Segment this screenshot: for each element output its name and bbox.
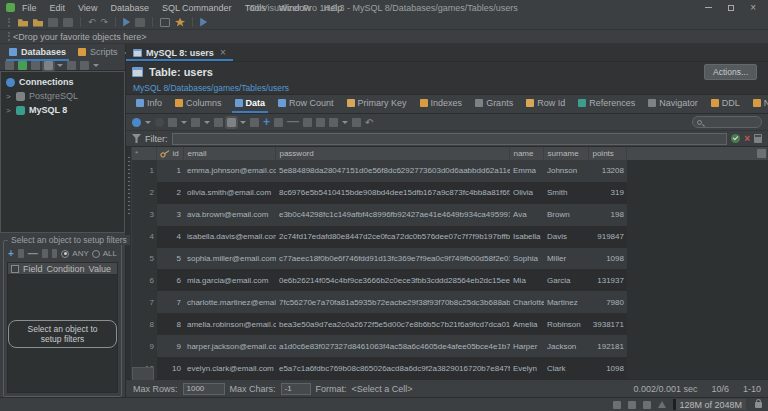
- password-column-header[interactable]: password: [276, 147, 510, 160]
- export-grid-icon[interactable]: [168, 118, 177, 127]
- close-icon[interactable]: ×: [750, 3, 756, 13]
- email-column-header[interactable]: email: [184, 147, 276, 160]
- bookmark-icon[interactable]: [175, 18, 185, 27]
- name-column-header[interactable]: name: [510, 147, 544, 160]
- id-cell[interactable]: 3: [157, 204, 184, 226]
- text-view-icon[interactable]: [214, 118, 223, 127]
- rownum-column-header[interactable]: *: [132, 147, 157, 160]
- connection-new-icon[interactable]: [5, 61, 14, 70]
- table-view-icon[interactable]: [191, 118, 200, 127]
- breadcrumb[interactable]: MySQL 8/Databases/games/Tables/users: [126, 81, 768, 94]
- name-cell[interactable]: Isabella: [510, 226, 544, 248]
- chart-view-icon[interactable]: [329, 118, 338, 127]
- surname-cell[interactable]: Clark: [544, 357, 589, 379]
- column-settings-icon[interactable]: [757, 149, 766, 158]
- new-window-icon[interactable]: [160, 18, 170, 27]
- rownum-cell[interactable]: 7: [132, 291, 157, 313]
- id-column-header[interactable]: id: [157, 147, 184, 160]
- table-row[interactable]: 8 8 amelia.robinson@email.com bea3e50a9d…: [132, 313, 768, 335]
- chevron-down-icon[interactable]: [145, 121, 151, 124]
- email-cell[interactable]: amelia.robinson@email.com: [184, 313, 276, 335]
- email-cell[interactable]: isabella.davis@email.com: [184, 226, 276, 248]
- tab-ddl[interactable]: DDL: [705, 95, 746, 113]
- save-icon[interactable]: [48, 18, 58, 27]
- binary-view-icon[interactable]: [303, 118, 312, 127]
- password-cell[interactable]: bea3e50a9d7ea2c0a2672f5e5d00c7e8b6b5c7b2…: [276, 313, 510, 335]
- redo-icon[interactable]: ↷: [101, 18, 109, 27]
- surname-cell[interactable]: Smith: [544, 182, 589, 204]
- filter-input[interactable]: [172, 133, 728, 145]
- points-cell[interactable]: 919847: [589, 226, 627, 248]
- expand-chevron-icon[interactable]: >: [6, 106, 12, 115]
- surname-cell[interactable]: Johnson: [544, 160, 589, 182]
- memory-indicator[interactable]: 128M of 2048M: [673, 399, 746, 410]
- select-object-button[interactable]: Select an object to setup filters: [8, 320, 117, 348]
- tab-references[interactable]: References: [572, 95, 641, 113]
- id-cell[interactable]: 7: [157, 291, 184, 313]
- email-cell[interactable]: charlotte.martinez@email.com: [184, 291, 276, 313]
- folder-add-icon[interactable]: [31, 61, 40, 70]
- undo-icon[interactable]: ↶: [88, 18, 96, 27]
- id-cell[interactable]: 8: [157, 313, 184, 335]
- tree-item-connections[interactable]: Connections: [1, 75, 124, 89]
- select-all-checkbox[interactable]: [11, 265, 19, 273]
- email-cell[interactable]: harper.jackson@email.com: [184, 335, 276, 357]
- password-cell[interactable]: 0e6b26214f054c4bf9ce3666b2c0ece3fbb3cddd…: [276, 269, 510, 291]
- run-script-icon[interactable]: [135, 18, 145, 27]
- password-cell[interactable]: 7fc56270e7a70fa81a5935b72eacbe29f38f93f7…: [276, 291, 510, 313]
- password-cell[interactable]: 8c6976e5b5410415bde908bd4dee15dfb167a9c8…: [276, 182, 510, 204]
- tab-info[interactable]: Info: [130, 95, 168, 113]
- id-cell[interactable]: 1: [157, 160, 184, 182]
- id-cell[interactable]: 5: [157, 248, 184, 270]
- id-cell[interactable]: 6: [157, 269, 184, 291]
- chevron-down-icon[interactable]: [93, 64, 99, 67]
- email-cell[interactable]: evelyn.clark@email.com: [184, 357, 276, 379]
- points-cell[interactable]: 131937: [589, 269, 627, 291]
- favorites-bar[interactable]: <Drop your favorite objects here>: [0, 30, 768, 44]
- new-file-icon[interactable]: [33, 18, 43, 27]
- surname-cell[interactable]: Jackson: [544, 335, 589, 357]
- rownum-cell[interactable]: 9: [132, 335, 157, 357]
- grid-status-icon[interactable]: [613, 401, 621, 409]
- menu-view[interactable]: View: [78, 3, 97, 13]
- max-rows-input[interactable]: [183, 383, 225, 395]
- horizontal-scrollbar[interactable]: [132, 367, 154, 380]
- name-cell[interactable]: Evelyn: [510, 357, 544, 379]
- menu-edit[interactable]: Edit: [50, 3, 66, 13]
- points-cell[interactable]: 1098: [589, 248, 627, 270]
- points-cell[interactable]: 13208: [589, 160, 627, 182]
- table-row[interactable]: 6 6 mia.garcia@email.com 0e6b26214f054c4…: [132, 269, 768, 291]
- tab-close-icon[interactable]: ×: [220, 47, 226, 58]
- name-cell[interactable]: Ava: [510, 204, 544, 226]
- all-radio[interactable]: [92, 250, 100, 258]
- points-cell[interactable]: 7980: [589, 291, 627, 313]
- filter-objects-icon[interactable]: [44, 61, 53, 70]
- open-connection-icon[interactable]: [18, 18, 28, 27]
- points-cell[interactable]: 198: [589, 204, 627, 226]
- points-cell[interactable]: 319: [589, 182, 627, 204]
- max-chars-input[interactable]: [281, 383, 311, 395]
- chevron-down-icon[interactable]: [342, 121, 348, 124]
- menu-sql-commander[interactable]: SQL Commander: [162, 3, 232, 13]
- tab-native-ddl[interactable]: Native DDL: [747, 95, 768, 113]
- copy-filter-icon[interactable]: [18, 249, 24, 258]
- rownum-cell[interactable]: 6: [132, 269, 157, 291]
- surname-cell[interactable]: Garcia: [544, 269, 589, 291]
- database-add-icon[interactable]: [18, 61, 27, 70]
- clear-filter-icon[interactable]: ×: [744, 134, 750, 143]
- add-filter-icon[interactable]: +: [8, 250, 14, 258]
- table-row[interactable]: 10 10 evelyn.clark@email.com e5a7c1a6fdb…: [132, 357, 768, 379]
- name-cell[interactable]: Olivia: [510, 182, 544, 204]
- points-cell[interactable]: 192181: [589, 335, 627, 357]
- tab-grants[interactable]: Grants: [469, 95, 519, 113]
- email-cell[interactable]: olivia.smith@email.com: [184, 182, 276, 204]
- expand-chevron-icon[interactable]: >: [6, 92, 12, 101]
- apply-filter-check-icon[interactable]: [731, 134, 740, 143]
- revert-changes-icon[interactable]: ↶: [365, 118, 373, 127]
- id-cell[interactable]: 10: [157, 357, 184, 379]
- password-cell[interactable]: e5a7c1a6fdbc769b08c865026acd8a6dc9f2a382…: [276, 357, 510, 379]
- rownum-cell[interactable]: 5: [132, 248, 157, 270]
- id-cell[interactable]: 4: [157, 226, 184, 248]
- password-cell[interactable]: c77aeec18f0b0e6f746fdd91d13fc369e7f9ea0c…: [276, 248, 510, 270]
- password-cell[interactable]: a1d0c6e83f027327d8461063f4ac58a6c4605de4…: [276, 335, 510, 357]
